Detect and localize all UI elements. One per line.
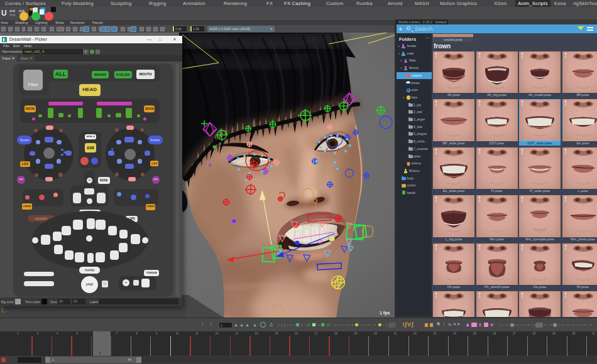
- svg-text:1 fps: 1 fps: [380, 311, 390, 316]
